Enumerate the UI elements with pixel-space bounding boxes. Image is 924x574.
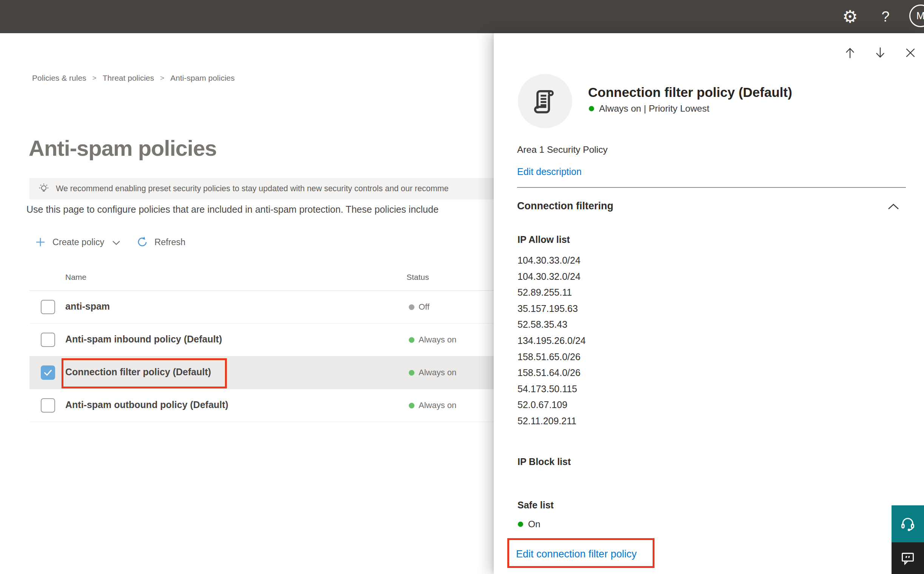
headset-icon bbox=[899, 515, 916, 533]
policy-status: Off bbox=[409, 291, 430, 323]
page-title: Anti-spam policies bbox=[29, 136, 217, 161]
breadcrumb-anti-spam-policies[interactable]: Anti-spam policies bbox=[170, 74, 234, 83]
status-dot-off bbox=[409, 304, 415, 310]
status-label: Always on bbox=[419, 401, 456, 410]
chevron-up-icon[interactable] bbox=[887, 203, 900, 210]
safe-list-status-label: On bbox=[528, 519, 541, 530]
avatar-initial: M bbox=[916, 10, 924, 22]
policy-status: Always on bbox=[409, 323, 456, 356]
create-policy-label: Create policy bbox=[52, 237, 104, 248]
status-dot-on bbox=[409, 403, 415, 408]
plus-icon bbox=[35, 237, 46, 248]
table-row-anti-spam[interactable]: anti-spam Off bbox=[29, 291, 506, 323]
ip-allow-list: 104.30.33.0/24 104.30.32.0/24 52.89.255.… bbox=[517, 252, 586, 429]
breadcrumb-separator: > bbox=[160, 74, 164, 82]
settings-gear-icon[interactable]: ⚙ bbox=[841, 7, 859, 27]
feedback-chat-icon bbox=[900, 550, 916, 566]
close-icon[interactable] bbox=[903, 45, 918, 60]
column-header-status[interactable]: Status bbox=[407, 273, 429, 282]
feedback-button[interactable] bbox=[892, 542, 924, 574]
policy-table: anti-spam Off Anti-spam inbound policy (… bbox=[29, 291, 506, 422]
next-item-arrow-down-icon[interactable] bbox=[873, 45, 888, 60]
ip-block-list-header: IP Block list bbox=[517, 456, 571, 467]
chevron-down-icon bbox=[112, 240, 121, 246]
create-policy-button[interactable]: Create policy bbox=[35, 237, 121, 248]
ip-allow-item: 52.11.209.211 bbox=[517, 413, 586, 429]
status-dot-always-on bbox=[589, 106, 594, 111]
lightbulb-icon bbox=[38, 183, 50, 195]
support-button[interactable] bbox=[892, 505, 924, 542]
status-label: Always on bbox=[419, 368, 456, 377]
policy-name[interactable]: Anti-spam outbound policy (Default) bbox=[65, 399, 228, 410]
ip-allow-item: 104.30.32.0/24 bbox=[517, 268, 586, 285]
status-label: Off bbox=[419, 302, 430, 312]
edit-description-link[interactable]: Edit description bbox=[517, 166, 582, 177]
connection-filtering-section-header[interactable]: Connection filtering bbox=[517, 200, 613, 212]
flyout-title: Connection filter policy (Default) bbox=[588, 85, 792, 100]
page-description: Use this page to configure policies that… bbox=[27, 204, 506, 215]
policy-scroll-avatar bbox=[518, 74, 572, 128]
breadcrumb-threat-policies[interactable]: Threat policies bbox=[103, 74, 154, 83]
ip-allow-item: 104.30.33.0/24 bbox=[517, 252, 586, 268]
safe-list-status: On bbox=[518, 519, 541, 530]
ip-allow-item: 35.157.195.63 bbox=[517, 301, 586, 317]
refresh-icon bbox=[136, 236, 149, 249]
policy-description: Area 1 Security Policy bbox=[517, 144, 608, 155]
row-checkbox[interactable] bbox=[41, 398, 55, 413]
column-header-name[interactable]: Name bbox=[65, 273, 87, 282]
banner-text: We recommend enabling preset security po… bbox=[56, 184, 448, 194]
breadcrumb: Policies & rules > Threat policies > Ant… bbox=[32, 74, 235, 83]
ip-allow-item: 54.173.50.115 bbox=[517, 381, 586, 397]
status-label: Always on bbox=[419, 335, 456, 345]
status-dot-on bbox=[518, 522, 523, 527]
check-icon bbox=[43, 369, 52, 376]
flyout-status-label: Always on | Priority Lowest bbox=[599, 103, 709, 114]
breadcrumb-separator: > bbox=[92, 74, 97, 82]
command-bar: Create policy Refresh bbox=[35, 232, 185, 252]
ip-allow-list-header: IP Allow list bbox=[517, 234, 570, 245]
refresh-label: Refresh bbox=[154, 237, 185, 248]
row-checkbox[interactable] bbox=[41, 333, 55, 347]
safe-list-header: Safe list bbox=[517, 500, 554, 511]
policy-name[interactable]: Connection filter policy (Default) bbox=[65, 367, 211, 377]
help-icon[interactable]: ? bbox=[878, 7, 893, 27]
table-row-inbound-policy[interactable]: Anti-spam inbound policy (Default) Alway… bbox=[29, 323, 506, 356]
policy-name[interactable]: anti-spam bbox=[65, 301, 110, 312]
account-avatar[interactable]: M bbox=[909, 5, 924, 27]
flyout-divider bbox=[517, 187, 906, 188]
ip-allow-item: 158.51.65.0/26 bbox=[517, 349, 586, 365]
breadcrumb-policies-rules[interactable]: Policies & rules bbox=[32, 74, 87, 83]
flyout-status: Always on | Priority Lowest bbox=[589, 103, 709, 114]
policy-status: Always on bbox=[409, 389, 456, 422]
ip-allow-item: 52.89.255.11 bbox=[517, 284, 586, 301]
ip-allow-item: 158.51.64.0/26 bbox=[517, 365, 586, 381]
status-dot-on bbox=[409, 337, 415, 343]
policy-status: Always on bbox=[409, 356, 456, 389]
previous-item-arrow-up-icon[interactable] bbox=[842, 45, 858, 60]
table-row-outbound-policy[interactable]: Anti-spam outbound policy (Default) Alwa… bbox=[29, 389, 506, 422]
edit-connection-filter-policy-link[interactable]: Edit connection filter policy bbox=[516, 548, 637, 560]
policy-name[interactable]: Anti-spam inbound policy (Default) bbox=[65, 334, 222, 345]
row-checkbox-checked[interactable] bbox=[41, 366, 55, 380]
flyout-nav bbox=[842, 45, 918, 60]
screen: ⚙ ? M Policies & rules > Threat policies… bbox=[0, 0, 924, 574]
refresh-button[interactable]: Refresh bbox=[136, 236, 185, 249]
policy-details-flyout: Connection filter policy (Default) Alway… bbox=[494, 33, 924, 574]
ip-allow-item: 52.0.67.109 bbox=[517, 397, 586, 413]
scroll-icon bbox=[530, 86, 560, 116]
table-row-connection-filter-policy[interactable]: Connection filter policy (Default) Alway… bbox=[29, 356, 506, 389]
row-checkbox[interactable] bbox=[41, 300, 55, 314]
ip-allow-item: 134.195.26.0/24 bbox=[517, 333, 586, 349]
ip-allow-item: 52.58.35.43 bbox=[517, 316, 586, 333]
status-dot-on bbox=[409, 370, 415, 375]
recommendation-banner: We recommend enabling preset security po… bbox=[29, 178, 506, 200]
topbar: ⚙ ? M bbox=[0, 0, 924, 33]
